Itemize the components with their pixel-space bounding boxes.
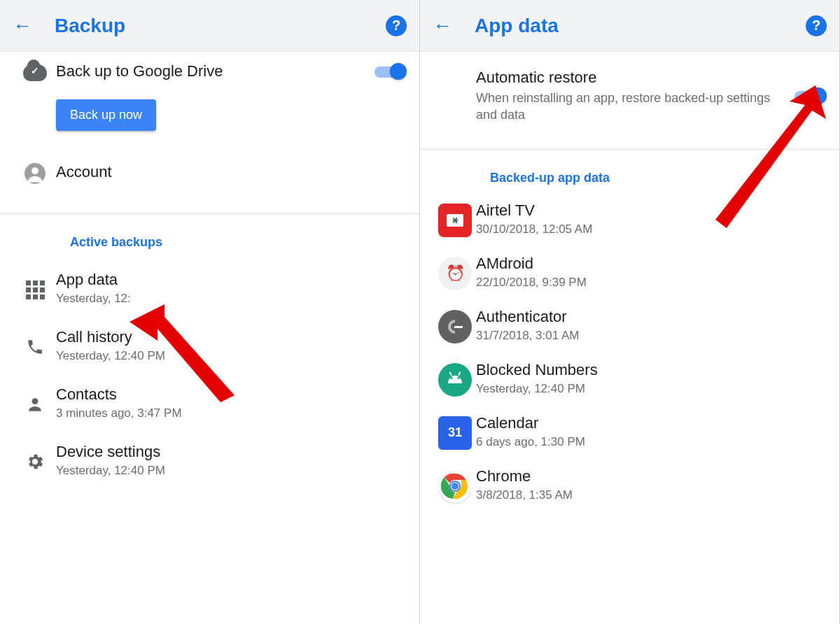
- svg-rect-6: [453, 218, 454, 223]
- app-data-title: App data: [56, 271, 405, 289]
- call-history-title: Call history: [56, 328, 405, 346]
- svg-rect-9: [454, 326, 463, 328]
- app-icon: ⏰: [434, 254, 476, 290]
- divider: [0, 213, 419, 214]
- app-name: Authenticator: [476, 308, 825, 326]
- app-data-row[interactable]: App data Yesterday, 12:: [0, 257, 419, 320]
- app-sub: 6 days ago, 1:30 PM: [476, 435, 825, 449]
- backup-screen: ← Backup ? Back up to Google Drive Back …: [0, 0, 420, 624]
- person-icon: [14, 392, 56, 413]
- header-right: ← App data ?: [420, 0, 839, 52]
- app-sub: Yesterday, 12:40 PM: [476, 382, 825, 396]
- automatic-restore-row[interactable]: Automatic restore When reinstalling an a…: [420, 52, 839, 139]
- automatic-restore-title: Automatic restore: [476, 69, 779, 87]
- header-left: ← Backup ?: [0, 0, 419, 52]
- backup-drive-toggle[interactable]: [374, 63, 405, 80]
- active-backups-header: Active backups: [0, 218, 419, 257]
- page-title: Backup: [55, 15, 386, 37]
- contacts-row[interactable]: Contacts 3 minutes ago, 3:47 PM: [0, 377, 419, 434]
- backup-now-row: Back up now: [0, 91, 419, 145]
- svg-point-11: [457, 376, 459, 378]
- help-icon[interactable]: ?: [806, 15, 827, 36]
- account-icon: [14, 160, 56, 184]
- apps-icon: [14, 278, 56, 299]
- contacts-sub: 3 minutes ago, 3:47 PM: [56, 406, 405, 420]
- cloud-icon: [14, 62, 56, 81]
- automatic-restore-toggle[interactable]: [794, 87, 825, 104]
- back-arrow-icon[interactable]: ←: [13, 15, 32, 37]
- backup-drive-title: Back up to Google Drive: [56, 62, 366, 80]
- backed-up-header: Backed-up app data: [420, 154, 839, 192]
- app-sub: 31/7/2018, 3:01 AM: [476, 329, 825, 343]
- svg-line-12: [450, 371, 452, 375]
- divider: [420, 149, 839, 150]
- svg-point-2: [32, 398, 38, 404]
- svg-line-13: [458, 371, 461, 375]
- app-row-chrome[interactable]: Chrome 3/8/2018, 1:35 AM: [420, 458, 839, 511]
- device-settings-title: Device settings: [56, 443, 405, 461]
- device-settings-row[interactable]: Device settings Yesterday, 12:40 PM: [0, 434, 419, 492]
- app-sub: 22/10/2018, 9:39 PM: [476, 276, 825, 290]
- app-icon: [434, 467, 476, 503]
- gear-icon: [14, 449, 56, 471]
- app-row-amdroid[interactable]: ⏰ AMdroid 22/10/2018, 9:39 PM: [420, 246, 839, 299]
- app-name: AMdroid: [476, 255, 825, 273]
- back-arrow-icon[interactable]: ←: [433, 15, 452, 37]
- app-name: Chrome: [476, 467, 825, 485]
- app-icon: [434, 360, 476, 397]
- call-history-sub: Yesterday, 12:40 PM: [56, 349, 405, 363]
- call-history-row[interactable]: Call history Yesterday, 12:40 PM: [0, 320, 419, 377]
- backup-to-drive-row[interactable]: Back up to Google Drive: [0, 52, 419, 91]
- page-title: App data: [475, 15, 806, 37]
- app-sub: 3/8/2018, 1:35 AM: [476, 488, 825, 502]
- app-row-blocked[interactable]: Blocked Numbers Yesterday, 12:40 PM: [420, 352, 839, 405]
- app-data-sub: Yesterday, 12:: [56, 292, 405, 306]
- automatic-restore-sub: When reinstalling an app, restore backed…: [476, 90, 779, 124]
- contacts-title: Contacts: [56, 385, 405, 404]
- device-settings-sub: Yesterday, 12:40 PM: [56, 464, 405, 478]
- svg-point-10: [450, 376, 452, 378]
- help-icon[interactable]: ?: [386, 15, 407, 36]
- account-row[interactable]: Account: [0, 145, 419, 204]
- app-name: Blocked Numbers: [476, 361, 825, 379]
- app-sub: 30/10/2018, 12:05 AM: [476, 222, 825, 236]
- app-name: Airtel TV: [476, 201, 825, 220]
- phone-icon: [14, 335, 56, 356]
- app-row-airtel[interactable]: Airtel TV 30/10/2018, 12:05 AM: [420, 192, 839, 246]
- app-data-screen: ← App data ? Automatic restore When rein…: [420, 0, 840, 624]
- app-name: Calendar: [476, 414, 825, 432]
- account-title: Account: [56, 163, 405, 181]
- app-icon: 31: [434, 413, 476, 450]
- app-row-calendar[interactable]: 31 Calendar 6 days ago, 1:30 PM: [420, 405, 839, 458]
- app-icon: [434, 201, 476, 237]
- app-row-authenticator[interactable]: Authenticator 31/7/2018, 3:01 AM: [420, 299, 839, 352]
- backup-now-button[interactable]: Back up now: [56, 99, 156, 131]
- svg-rect-7: [456, 218, 457, 223]
- svg-point-17: [451, 483, 458, 490]
- svg-point-1: [31, 167, 38, 174]
- app-icon: [434, 307, 476, 343]
